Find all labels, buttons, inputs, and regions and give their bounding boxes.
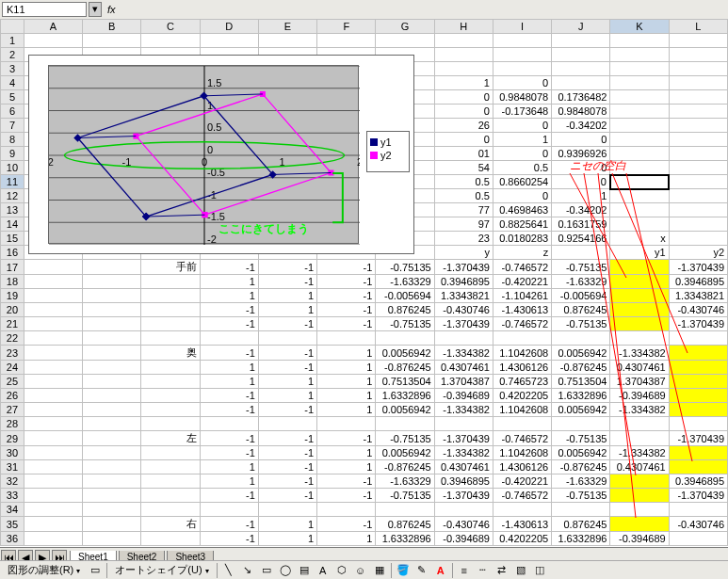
cell-H36[interactable]: -0.394689 (434, 532, 493, 546)
cell-H10[interactable]: 54 (434, 161, 493, 175)
cell-E26[interactable]: 1 (258, 389, 316, 403)
cell-H13[interactable]: 77 (434, 203, 493, 217)
cell-B19[interactable] (83, 289, 141, 303)
wordart-icon[interactable]: A (315, 563, 331, 578)
cell-I33[interactable]: -0.746572 (493, 489, 551, 503)
cell-F33[interactable]: -1 (317, 489, 376, 503)
cell-B31[interactable] (83, 460, 141, 474)
cell-D25[interactable]: 1 (200, 375, 258, 389)
cell-J2[interactable] (552, 48, 610, 62)
cell-J1[interactable] (552, 34, 610, 48)
arrow-style-icon[interactable]: ⇄ (494, 563, 510, 578)
cell-E33[interactable]: -1 (258, 489, 316, 503)
cell-D29[interactable]: -1 (200, 431, 258, 446)
cell-F34[interactable] (317, 503, 376, 517)
cell-E29[interactable]: -1 (258, 431, 316, 446)
cell-E21[interactable]: -1 (258, 317, 316, 331)
cell-F28[interactable] (317, 417, 376, 431)
cell-K22[interactable] (610, 331, 669, 346)
cell-C22[interactable] (141, 331, 200, 346)
cell-I7[interactable]: 0 (493, 119, 551, 133)
cell-H12[interactable]: 0.5 (434, 189, 493, 203)
cell-F32[interactable]: -1 (317, 474, 376, 489)
cell-I16[interactable]: z (493, 246, 551, 260)
cell-C33[interactable] (141, 489, 200, 503)
cell-H35[interactable]: -0.430746 (434, 517, 493, 532)
row-header-30[interactable]: 30 (1, 446, 24, 460)
cell-L25[interactable] (669, 375, 727, 389)
row-header-22[interactable]: 22 (1, 331, 24, 346)
cell-L26[interactable] (669, 389, 727, 403)
cell-B27[interactable] (83, 403, 141, 417)
cell-D21[interactable]: -1 (200, 317, 258, 331)
cell-F17[interactable]: -1 (317, 260, 376, 275)
cell-J30[interactable]: 0.0056942 (552, 446, 610, 460)
cell-G28[interactable] (376, 417, 434, 431)
cell-K27[interactable]: -1.334382 (610, 403, 669, 417)
picture-icon[interactable]: ▦ (372, 563, 387, 578)
cell-H31[interactable]: 0.4307461 (434, 460, 493, 474)
cell-G31[interactable]: -0.876245 (376, 460, 434, 474)
cell-H21[interactable]: -1.370439 (434, 317, 493, 331)
cell-L15[interactable] (669, 232, 727, 246)
cell-J5[interactable]: 0.1736482 (552, 90, 610, 105)
cell-G35[interactable]: 0.876245 (376, 517, 434, 532)
row-header-27[interactable]: 27 (1, 403, 24, 417)
cell-B35[interactable] (83, 517, 141, 532)
cell-G17[interactable]: -0.75135 (376, 260, 434, 275)
row-header-8[interactable]: 8 (1, 133, 24, 147)
cell-K28[interactable] (610, 417, 669, 431)
cell-L17[interactable]: -1.370439 (669, 260, 727, 275)
cell-F26[interactable]: 1 (317, 389, 376, 403)
cell-C30[interactable] (141, 446, 200, 460)
cell-A29[interactable] (24, 431, 82, 446)
cell-I30[interactable]: 1.1042608 (493, 446, 551, 460)
fill-color-icon[interactable]: 🪣 (396, 563, 411, 578)
cell-J27[interactable]: 0.0056942 (552, 403, 610, 417)
cell-I8[interactable]: 1 (493, 133, 551, 147)
line-color-icon[interactable]: ✎ (414, 563, 429, 578)
cell-K14[interactable] (610, 217, 669, 232)
arrow-icon[interactable]: ↘ (240, 563, 255, 578)
row-header-4[interactable]: 4 (1, 76, 24, 90)
cell-A20[interactable] (24, 303, 82, 317)
cell-I6[interactable]: -0.173648 (493, 105, 551, 119)
cell-L20[interactable]: -0.430746 (669, 303, 727, 317)
cell-H9[interactable]: 01 (434, 147, 493, 161)
cell-C23[interactable]: 奥 (141, 346, 200, 361)
row-header-29[interactable]: 29 (1, 431, 24, 446)
cell-F31[interactable]: 1 (317, 460, 376, 474)
cell-K8[interactable] (610, 133, 669, 147)
cell-I32[interactable]: -0.420221 (493, 474, 551, 489)
cell-K11[interactable] (610, 175, 669, 189)
cell-H29[interactable]: -1.370439 (434, 431, 493, 446)
cell-G19[interactable]: -0.005694 (376, 289, 434, 303)
row-header-7[interactable]: 7 (1, 119, 24, 133)
cell-L14[interactable] (669, 217, 727, 232)
col-header-I[interactable]: I (493, 20, 551, 34)
cell-H33[interactable]: -1.370439 (434, 489, 493, 503)
cell-C25[interactable] (141, 375, 200, 389)
cell-D30[interactable]: -1 (200, 446, 258, 460)
cell-D17[interactable]: -1 (200, 260, 258, 275)
cell-E1[interactable] (258, 34, 316, 48)
cell-I20[interactable]: -1.430613 (493, 303, 551, 317)
cell-E32[interactable]: -1 (258, 474, 316, 489)
row-header-13[interactable]: 13 (1, 203, 24, 217)
cell-A22[interactable] (24, 331, 82, 346)
cell-D23[interactable]: -1 (200, 346, 258, 361)
cell-L16[interactable]: y2 (669, 246, 727, 260)
cell-B23[interactable] (83, 346, 141, 361)
row-header-24[interactable]: 24 (1, 361, 24, 375)
cell-L8[interactable] (669, 133, 727, 147)
cell-B21[interactable] (83, 317, 141, 331)
cell-E19[interactable]: 1 (258, 289, 316, 303)
cell-C21[interactable] (141, 317, 200, 331)
cell-H34[interactable] (434, 503, 493, 517)
cell-J12[interactable]: 1 (552, 189, 610, 203)
cell-G27[interactable]: 0.0056942 (376, 403, 434, 417)
cell-E27[interactable]: -1 (258, 403, 316, 417)
cell-F1[interactable] (317, 34, 376, 48)
col-header-H[interactable]: H (434, 20, 493, 34)
cell-C29[interactable]: 左 (141, 431, 200, 446)
